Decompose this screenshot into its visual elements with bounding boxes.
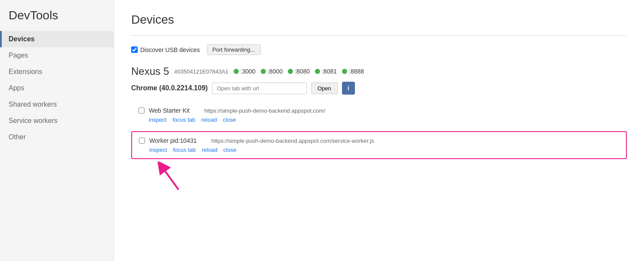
green-dot-icon xyxy=(234,69,239,74)
port-label: :3000 xyxy=(240,68,256,75)
app-title: DevTools xyxy=(0,9,114,31)
sidebar-item-label: Pages xyxy=(9,52,28,59)
port-forwarding-button[interactable]: Port forwarding... xyxy=(207,44,261,55)
tab-url-2: https://simple-push-demo-backend.appspot… xyxy=(211,138,374,144)
main-content: Devices Discover USB devices Port forwar… xyxy=(114,0,644,261)
green-dot-icon xyxy=(315,69,320,74)
tab-title: Web Starter Kit xyxy=(149,107,190,114)
svg-line-1 xyxy=(161,166,179,190)
discover-usb-checkbox[interactable] xyxy=(131,46,138,53)
device-name: Nexus 5 xyxy=(131,65,169,77)
url-input[interactable] xyxy=(212,83,307,94)
green-dot-icon xyxy=(342,69,347,74)
focus-tab-link-1[interactable]: focus tab xyxy=(173,117,195,123)
tab-header: Worker pid:10431 https://simple-push-dem… xyxy=(139,137,619,144)
discover-usb-label[interactable]: Discover USB devices xyxy=(131,46,200,53)
inspect-link-1[interactable]: inspect xyxy=(149,117,166,123)
tab-item-web-starter-kit: Web Starter Kit https://simple-push-demo… xyxy=(131,101,627,129)
sidebar-item-label: Extensions xyxy=(9,68,42,75)
chrome-row: Chrome (40.0.2214.109) Open i xyxy=(131,82,627,95)
focus-tab-link-2[interactable]: focus tab xyxy=(173,147,196,153)
port-8000: :8000 xyxy=(261,68,283,75)
tab-checkbox[interactable] xyxy=(139,107,145,114)
reload-link-1[interactable]: reload xyxy=(201,117,217,123)
sidebar: DevTools Devices Pages Extensions Apps S… xyxy=(0,0,114,261)
tab-title-2: Worker pid:10431 xyxy=(149,137,197,144)
sidebar-item-label: Service workers xyxy=(9,117,58,124)
tab-header: Web Starter Kit https://simple-push-demo… xyxy=(139,107,619,114)
divider xyxy=(131,35,627,36)
port-label: :8080 xyxy=(295,68,310,75)
sidebar-item-pages[interactable]: Pages xyxy=(0,47,114,64)
tab-actions: inspect focus tab reload close xyxy=(149,117,619,123)
tab-actions-2: inspect focus tab reload close xyxy=(149,147,619,153)
page-title: Devices xyxy=(131,13,627,27)
sidebar-item-apps[interactable]: Apps xyxy=(0,80,114,96)
sidebar-item-label: Other xyxy=(9,133,26,141)
green-dot-icon xyxy=(288,69,293,74)
device-id: #03504121E07843A1 xyxy=(174,68,228,75)
port-8888: :8888 xyxy=(342,68,364,75)
tab-url-inline: https://simple-push-demo-backend.appspot… xyxy=(204,107,325,114)
sidebar-item-label: Shared workers xyxy=(9,101,57,108)
arrow-icon xyxy=(157,162,191,192)
device-header: Nexus 5 #03504121E07843A1 :3000 :8000 :8… xyxy=(131,65,627,77)
tab-checkbox-2[interactable] xyxy=(139,138,145,144)
green-dot-icon xyxy=(261,69,266,74)
port-label: :8081 xyxy=(322,68,337,75)
open-tab-button[interactable]: Open xyxy=(311,83,338,94)
port-label: :8000 xyxy=(268,68,283,75)
discover-usb-row: Discover USB devices Port forwarding... xyxy=(131,44,627,55)
port-8080: :8080 xyxy=(288,68,310,75)
inspect-link-2[interactable]: inspect xyxy=(149,147,167,153)
port-8081: :8081 xyxy=(315,68,337,75)
close-link-2[interactable]: close xyxy=(223,147,236,153)
sidebar-item-service-workers[interactable]: Service workers xyxy=(0,113,114,129)
sidebar-item-label: Devices xyxy=(9,35,35,43)
tab-item-worker-pid: Worker pid:10431 https://simple-push-dem… xyxy=(131,131,627,159)
discover-usb-text: Discover USB devices xyxy=(140,46,200,53)
close-link-1[interactable]: close xyxy=(223,117,236,123)
info-button[interactable]: i xyxy=(342,82,355,95)
sidebar-item-label: Apps xyxy=(9,84,24,92)
sidebar-item-other[interactable]: Other xyxy=(0,129,114,145)
port-label: :8888 xyxy=(349,68,364,75)
sidebar-item-shared-workers[interactable]: Shared workers xyxy=(0,96,114,113)
sidebar-item-devices[interactable]: Devices xyxy=(0,31,114,47)
chrome-label: Chrome (40.0.2214.109) xyxy=(131,84,208,92)
sidebar-item-extensions[interactable]: Extensions xyxy=(0,64,114,80)
port-3000: :3000 xyxy=(234,68,256,75)
reload-link-2[interactable]: reload xyxy=(202,147,217,153)
